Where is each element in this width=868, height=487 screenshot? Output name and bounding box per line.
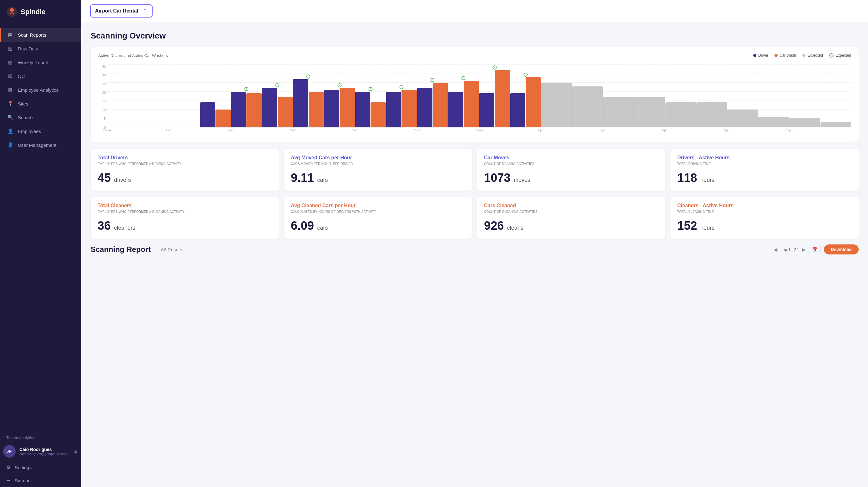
bar-group — [789, 65, 820, 127]
check-icon: ✓ — [829, 53, 834, 58]
bar-carwash — [215, 110, 231, 127]
sidebar: Spindle ▤ Scan Reports▤ Raw Data▤ Weekly… — [0, 0, 81, 487]
org-name: Airport Car Rental — [95, 8, 140, 14]
bar-group — [634, 65, 665, 127]
stat-card-car-moves: Car Moves COUNT OF DRIVING ACTIVITIES 10… — [477, 149, 665, 191]
legend-driver-label: Driver — [758, 53, 768, 58]
check-mark-icon: ✓ — [493, 65, 497, 69]
stat-card-cars-cleaned: Cars Cleaned COUNT OF CLEANING ACTIVITIE… — [477, 197, 665, 239]
nav-label-raw-data: Raw Data — [18, 46, 38, 51]
sidebar-item-weekly-report[interactable]: ▤ Weekly Report — [0, 55, 81, 69]
bar-carwash — [401, 90, 417, 127]
bar-carwash — [526, 77, 541, 127]
bar-driver — [293, 79, 308, 127]
bar-carwash — [309, 92, 324, 127]
x-axis-label: 2 pm — [538, 128, 544, 132]
sidebar-item-qc[interactable]: ▤ QC — [0, 69, 81, 83]
signout-nav-item[interactable]: ↪ Sign out — [0, 474, 81, 487]
x-axis-label: 4 pm — [600, 128, 606, 132]
stat-unit: cars — [317, 177, 328, 183]
x-axis-label: 2 am — [166, 128, 172, 132]
x-axis-label: 8 am — [352, 128, 358, 132]
nav-label-search: Search — [18, 115, 33, 120]
user-name: Caio Rodrigues — [20, 447, 69, 452]
bar-carwash — [495, 70, 510, 127]
user-profile[interactable]: SPI Caio Rodrigues caio.rodrigues@getspi… — [0, 442, 81, 461]
bar-driver — [417, 88, 432, 127]
sidebar-item-sites[interactable]: 📍 Sites — [0, 97, 81, 111]
bar-group: ✓ — [417, 65, 448, 127]
carwash-dot — [775, 54, 778, 57]
stat-title: Total Drivers — [98, 155, 272, 161]
sidebar-item-user-management[interactable]: 👤 User Management — [0, 138, 81, 152]
bar-carwash — [246, 93, 262, 127]
stat-card-cleaners-active-hours: Cleaners - Active Hours TOTAL CLEANING T… — [671, 197, 859, 239]
sidebar-item-employee-analytics[interactable]: ▦ Employee Analytics — [0, 83, 81, 97]
nav-label-qc: QC — [18, 74, 25, 79]
stat-card-total-drivers: Total Drivers EMPLOYEES WHO PERFORMED A … — [91, 149, 279, 191]
settings-nav-item[interactable]: ⚙ Settings — [0, 461, 81, 474]
stat-card-avg-cleaned-cars: Avg Cleaned Cars per Hour CALCULATED BY … — [284, 197, 472, 239]
bar-expected — [696, 102, 727, 127]
check-mark-icon: ✓ — [306, 75, 310, 79]
expected-dot — [802, 54, 805, 57]
stat-unit: hours — [701, 177, 714, 183]
bar-driver — [510, 93, 526, 127]
divider: | — [155, 246, 157, 253]
sidebar-item-search[interactable]: 🔍 Search — [0, 111, 81, 124]
usermgmt-icon: 👤 — [7, 142, 13, 148]
nav-label-employee-analytics: Employee Analytics — [18, 87, 59, 93]
bar-group — [107, 65, 137, 127]
spindle-logo-icon — [6, 6, 18, 18]
prev-page-button[interactable]: ◀ — [774, 247, 777, 253]
settings-label: Settings — [15, 465, 32, 470]
nav-label-weekly-report: Weekly Report — [18, 60, 49, 65]
gear-icon: ⚙ — [6, 464, 10, 470]
chart-card: Active Drivers and Active Car Washers Dr… — [91, 47, 859, 142]
bar-group — [572, 65, 603, 127]
x-axis-label: 8 pm — [724, 128, 730, 132]
legend-expected-check: ✓ Expected — [829, 53, 851, 58]
signout-icon: ↪ — [6, 478, 10, 483]
stat-unit: drivers — [114, 177, 131, 183]
chevron-up-icon: ⌃ — [143, 7, 148, 15]
download-button[interactable]: Download — [824, 245, 859, 254]
x-axis-label: 12 pm — [475, 128, 483, 132]
bar-driver — [355, 92, 371, 127]
sidebar-item-raw-data[interactable]: ▤ Raw Data — [0, 41, 81, 55]
sidebar-item-employees[interactable]: 👤 Employees — [0, 124, 81, 138]
stat-subtitle: CALCULATED BY HOURS OF DRIVERS WITH ACTI… — [291, 210, 465, 214]
stat-unit: cars — [317, 225, 328, 231]
org-selector[interactable]: Airport Car Rental ⌃ — [90, 4, 153, 18]
legend-expected-check-label: Expected — [835, 53, 851, 58]
check-mark-icon: ✓ — [244, 87, 248, 91]
legend-carwash: Car Wash — [775, 53, 796, 58]
stat-title: Total Cleaners — [98, 203, 272, 208]
driver-dot — [753, 54, 756, 57]
x-axis-label: 10 am — [413, 128, 421, 132]
stat-title: Drivers - Active Hours — [677, 155, 852, 161]
legend-carwash-label: Car Wash — [779, 53, 796, 58]
svg-point-1 — [10, 8, 14, 12]
stat-title: Cars Cleaned — [484, 203, 658, 208]
stat-subtitle: TOTAL CLEANING TIME — [677, 210, 852, 214]
stat-subtitle: COUNT OF DRIVING ACTIVITIES — [484, 162, 658, 166]
bar-expected — [634, 97, 665, 127]
legend-expected-gray: Expected — [802, 53, 823, 58]
next-page-button[interactable]: ▶ — [802, 247, 805, 253]
calendar-button[interactable]: 📅 — [809, 245, 821, 254]
sidebar-item-scan-reports[interactable]: ▤ Scan Reports — [0, 28, 81, 41]
stat-value: 6.09 — [291, 219, 314, 232]
stat-subtitle: COUNT OF CLEANING ACTIVITIES — [484, 210, 658, 214]
nav-label-scan-reports: Scan Reports — [18, 32, 46, 37]
bar-expected — [572, 86, 603, 127]
stat-unit: moves — [514, 177, 530, 183]
bar-group — [758, 65, 789, 127]
stat-subtitle: TOTAL DRIVING TIME — [677, 162, 852, 166]
stat-card-drivers-active-hours: Drivers - Active Hours TOTAL DRIVING TIM… — [671, 149, 859, 191]
chevron-up-icon: ▲ — [73, 449, 78, 454]
pagination-info: sep 1 - 24 — [780, 247, 799, 252]
stat-card-total-cleaners: Total Cleaners EMPLOYEES WHO PERFORMED A… — [91, 197, 279, 239]
bar-group: ✓ — [448, 65, 479, 127]
x-axis-label: 6 am — [290, 128, 296, 132]
